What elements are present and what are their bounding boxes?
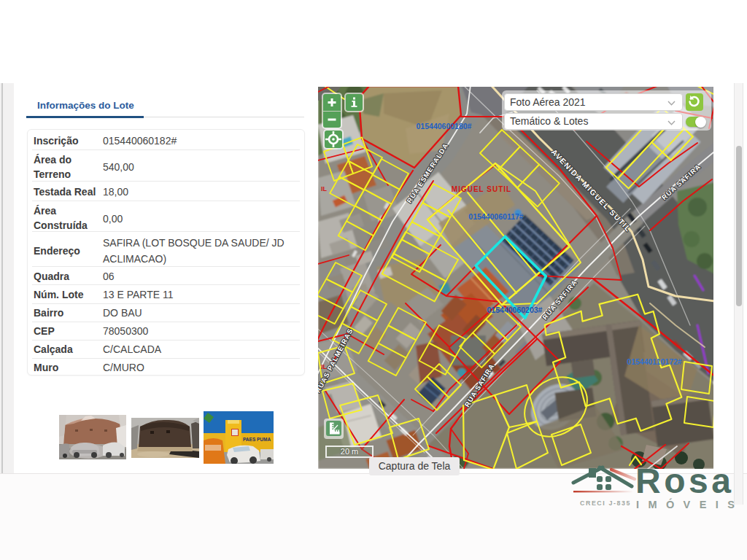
svg-text:Rosa: Rosa: [635, 462, 734, 500]
svg-text:CRECI J-835: CRECI J-835: [580, 499, 631, 507]
svg-text:015440600180#: 015440600180#: [417, 122, 472, 131]
svg-text:015440060203#: 015440060203#: [487, 306, 543, 314]
svg-text:PAES PUMA: PAES PUMA: [243, 437, 271, 442]
svg-text:IMÓVEIS: IMÓVEIS: [636, 498, 743, 510]
svg-text:015440060117#: 015440060117#: [468, 212, 523, 221]
svg-text:IL: IL: [321, 185, 328, 192]
svg-text:015440110172#: 015440110172#: [627, 357, 681, 366]
svg-text:MIGUEL SUTIL: MIGUEL SUTIL: [452, 185, 511, 193]
